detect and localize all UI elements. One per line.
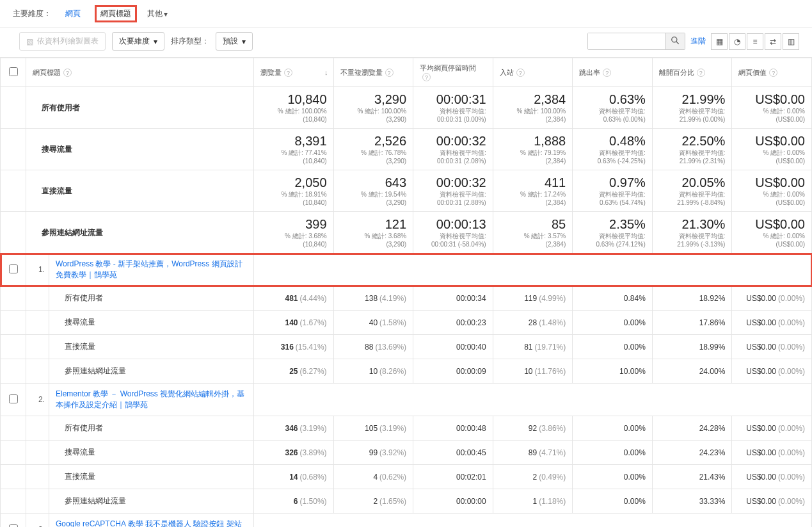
chevron-down-icon: ▾	[154, 37, 157, 46]
page-row: 1. WordPress 教學 - 新手架站推薦，WordPress 網頁設計免…	[1, 254, 812, 286]
segment-detail-row: 直接流量 14(0.68%) 4(0.62%) 00:02:01 2(0.49%…	[1, 465, 812, 489]
search-icon	[671, 36, 680, 45]
metric-cell: 00:00:09	[413, 359, 493, 384]
page-title-link[interactable]: WordPress 教學 - 新手架站推薦，WordPress 網頁設計免費教學…	[56, 259, 243, 279]
col-pageviews[interactable]: 瀏覽量?↓	[254, 58, 334, 87]
view-compare-icon[interactable]: ⇄	[765, 33, 781, 50]
plot-rows-button[interactable]: ▧ 依資料列繪製圖表	[19, 32, 106, 51]
metric-cell: 121% 總計: 3.68%(3,290)	[333, 212, 413, 254]
segment-label: 搜尋流量	[49, 311, 254, 335]
toolbar-row: ▧ 依資料列繪製圖表 次要維度 ▾ 排序類型： 預設 ▾ 進階 ▦ ◔ ≡ ⇄ …	[0, 28, 812, 58]
metric-cell: US$0.00% 總計: 0.00%(US$0.00)	[732, 212, 812, 254]
table-header-row: 網頁標題? 瀏覽量?↓ 不重複瀏覽量? 平均網頁停留時間? 入站? 跳出率? 離…	[1, 58, 812, 87]
metric-cell: 140(1.67%)	[254, 311, 334, 335]
metric-cell: 18.99%	[652, 335, 732, 359]
metric-cell: 00:00:40	[413, 335, 493, 359]
metric-cell: 2.35%資料檢視平均值:0.63% (274.12%)	[573, 212, 653, 254]
metric-cell: 0.48%資料檢視平均值:0.63% (-24.25%)	[573, 129, 653, 170]
metric-cell: 10,840% 總計: 100.00%(10,840)	[254, 87, 334, 129]
metric-cell: US$0.00(0.00%)	[732, 311, 812, 335]
tab-page[interactable]: 網頁	[61, 6, 84, 22]
sort-type-button[interactable]: 預設 ▾	[216, 32, 253, 51]
tab-page-title[interactable]: 網頁標題	[95, 5, 137, 22]
metric-cell: 0.00%	[573, 416, 653, 441]
row-checkbox[interactable]	[9, 524, 18, 528]
sort-desc-icon: ↓	[324, 69, 328, 76]
page-title-cell: WordPress 教學 - 新手架站推薦，WordPress 網頁設計免費教學…	[49, 254, 254, 286]
data-table: 網頁標題? 瀏覽量?↓ 不重複瀏覽量? 平均網頁停留時間? 入站? 跳出率? 離…	[0, 58, 812, 527]
metric-cell: US$0.00% 總計: 0.00%(US$0.00)	[732, 170, 812, 212]
help-icon[interactable]: ?	[385, 69, 394, 77]
metric-cell: US$0.00(0.00%)	[732, 489, 812, 514]
metric-cell: 399% 總計: 3.68%(10,840)	[254, 212, 334, 254]
metric-cell: 2(0.49%)	[493, 465, 573, 489]
view-bar-icon[interactable]: ≡	[747, 33, 763, 50]
segment-detail-row: 直接流量 316(15.41%) 88(13.69%) 00:00:40 81(…	[1, 335, 812, 359]
search-button[interactable]	[665, 33, 685, 49]
row-checkbox[interactable]	[9, 264, 18, 273]
segment-label: 所有使用者	[49, 286, 254, 311]
row-checkbox[interactable]	[9, 394, 18, 403]
metric-cell: US$0.00(0.00%)	[732, 286, 812, 311]
metric-cell: 81(19.71%)	[493, 335, 573, 359]
row-index: 1.	[26, 254, 49, 286]
metric-cell: 00:00:23	[413, 311, 493, 335]
metric-cell: 2,384% 總計: 100.00%(2,384)	[493, 87, 573, 129]
col-exit[interactable]: 離開百分比?	[652, 58, 732, 87]
metric-cell: 2,050% 總計: 18.91%(10,840)	[254, 170, 334, 212]
metric-cell: 33.33%	[652, 489, 732, 514]
help-icon[interactable]: ?	[63, 69, 72, 77]
help-icon[interactable]: ?	[603, 69, 611, 77]
segment-name: 參照連結網址流量	[26, 212, 254, 254]
view-table-icon[interactable]: ▦	[711, 33, 728, 50]
primary-dim-label: 主要維度：	[13, 8, 51, 19]
view-pie-icon[interactable]: ◔	[729, 33, 745, 50]
metric-cell: 1(1.18%)	[493, 489, 573, 514]
metric-cell: 18.92%	[652, 286, 732, 311]
page-title-link[interactable]: Elementor 教學 － WordPress 視覺化網站編輯外掛，基本操作及…	[56, 389, 244, 409]
col-unique[interactable]: 不重複瀏覽量?	[333, 58, 413, 87]
col-avg-time[interactable]: 平均網頁停留時間?	[413, 58, 493, 87]
metric-cell: 00:00:48	[413, 416, 493, 441]
segment-summary-row: 所有使用者10,840% 總計: 100.00%(10,840)3,290% 總…	[1, 87, 812, 129]
col-value[interactable]: 網頁價值?	[732, 58, 812, 87]
segment-detail-row: 搜尋流量 140(1.67%) 40(1.58%) 00:00:23 28(1.…	[1, 311, 812, 335]
metric-cell: 10.00%	[573, 359, 653, 384]
metric-cell: US$0.00(0.00%)	[732, 465, 812, 489]
help-icon[interactable]: ?	[697, 69, 705, 77]
metric-cell: 21.43%	[652, 465, 732, 489]
metric-cell: 0.63%資料檢視平均值:0.63% (0.00%)	[573, 87, 653, 129]
col-entrances[interactable]: 入站?	[493, 58, 573, 87]
col-page-title[interactable]: 網頁標題?	[26, 58, 254, 87]
col-bounce[interactable]: 跳出率?	[573, 58, 653, 87]
advanced-link[interactable]: 進階	[690, 36, 706, 47]
help-icon[interactable]: ?	[284, 69, 292, 77]
help-icon[interactable]: ?	[516, 69, 525, 77]
help-icon[interactable]: ?	[769, 69, 777, 77]
metric-cell: 20.05%資料檢視平均值:21.99% (-8.84%)	[652, 170, 732, 212]
metric-cell: 00:02:01	[413, 465, 493, 489]
metric-cell: US$0.00(0.00%)	[732, 441, 812, 465]
metric-cell: 1,888% 總計: 79.19%(2,384)	[493, 129, 573, 170]
metric-cell: 105(3.19%)	[333, 416, 413, 441]
segment-label: 搜尋流量	[49, 441, 254, 465]
metric-cell: 22.50%資料檢視平均值:21.99% (2.31%)	[652, 129, 732, 170]
secondary-dim-button[interactable]: 次要維度 ▾	[112, 32, 164, 51]
metric-cell: 119(4.99%)	[493, 286, 573, 311]
segment-label: 所有使用者	[49, 416, 254, 441]
select-all-checkbox[interactable]	[9, 67, 18, 76]
page-title-cell: Elementor 教學 － WordPress 視覺化網站編輯外掛，基本操作及…	[49, 384, 254, 416]
view-pivot-icon[interactable]: ▥	[783, 33, 799, 50]
row-index: 3.	[26, 514, 49, 528]
metric-cell: 4(0.62%)	[333, 465, 413, 489]
page-title-link[interactable]: Google reCAPTCHA 教學 我不是機器人 驗證按鈕 架站必學技能!｜…	[56, 519, 242, 527]
sort-type-label: 排序類型：	[171, 36, 209, 47]
metric-cell: 2(1.65%)	[333, 489, 413, 514]
tab-other[interactable]: 其他 ▾	[147, 8, 168, 19]
metric-cell: 21.99%資料檢視平均值:21.99% (0.00%)	[652, 87, 732, 129]
search-input[interactable]	[588, 33, 665, 49]
help-icon[interactable]: ?	[422, 73, 431, 81]
row-index: 2.	[26, 384, 49, 416]
metric-cell: 28(1.48%)	[493, 311, 573, 335]
metric-cell: 88(13.69%)	[333, 335, 413, 359]
